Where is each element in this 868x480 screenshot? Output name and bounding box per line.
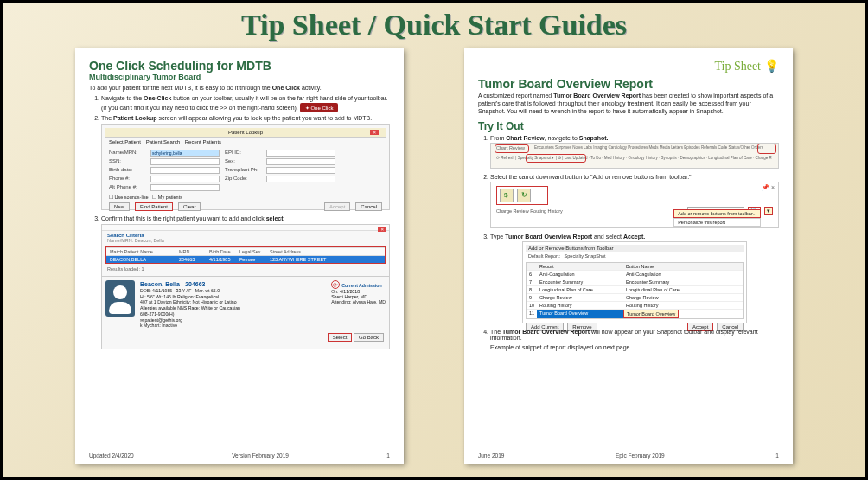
go-back-button: Go Back (354, 333, 384, 342)
tip-sheet-banner: Tip Sheet💡 (478, 59, 779, 74)
snapshot-highlight (526, 154, 586, 163)
charge-icon (500, 189, 514, 202)
wrench-dropdown-icon: ▾ (764, 207, 773, 215)
lookup-header: Patient Lookup × (105, 128, 386, 138)
chart-review-toolbar-screenshot: Chart Review Encounters Surprises Notes … (490, 143, 779, 169)
left-page: One Click Scheduling for MDTB Multidisci… (75, 48, 404, 464)
find-patient-button: Find Patient (135, 202, 173, 211)
one-click-button-img: ✦ One Click (300, 103, 339, 112)
close-icon: × (378, 227, 386, 232)
right-footer: June 2019 Epic February 2019 1 (478, 452, 779, 458)
add-remove-screenshot: Add or Remove Buttons from Toolbar Defau… (522, 241, 747, 323)
patient-lookup-screenshot: Patient Lookup × Select Patient Patient … (101, 124, 390, 210)
lightbulb-icon: 💡 (764, 59, 779, 74)
slide: Tip Sheet / Quick Start Guides One Click… (3, 3, 865, 477)
name-input: schylering,bella (150, 150, 220, 157)
clear-button: Clear (178, 202, 201, 211)
right-step1: From Chart Review, navigate to Snapshot.… (490, 135, 779, 169)
selected-patient-row: BEACON,BELLA 204663 4/11/1985 Female 123… (106, 255, 385, 263)
admission-icon: ⟳ (331, 280, 340, 289)
lookup-buttons: New Find Patient Clear Accept Cancel (105, 200, 386, 214)
select-button: Select (328, 333, 353, 342)
orders-highlight (757, 144, 776, 154)
right-title: Tumor Board Overview Report (478, 77, 779, 91)
new-button: New (109, 202, 130, 211)
lookup-fields: Name/MRN:schylering,bella EPI ID: SSN: S… (105, 146, 386, 195)
right-intro: A customized report named Tumor Board Ov… (478, 93, 779, 115)
left-step2: The Patient Lookup screen will appear al… (101, 115, 390, 210)
pushpin-icon: 📌 × (762, 184, 775, 191)
routing-icon (517, 189, 531, 202)
slide-title: Tip Sheet / Quick Start Guides (3, 9, 865, 42)
right-page: Tip Sheet💡 Tumor Board Overview Report A… (464, 48, 793, 464)
patient-card: Beacon, Bella - 204663 DOB: 4/11/1985 · … (102, 276, 389, 332)
lookup-tabs: Select Patient Patient Search Recent Pat… (105, 138, 386, 146)
cancel-button: Cancel (355, 202, 382, 211)
result-highlight: Match Patient Name MRN Birth Date Legal … (105, 246, 386, 264)
left-title: One Click Scheduling for MDTB (89, 59, 390, 73)
chart-review-highlight (495, 144, 529, 153)
left-subtitle: Multidisciplinary Tumor Board (89, 73, 390, 81)
close-icon: × (370, 130, 379, 135)
left-footer: Updated 2/4/2020 Version February 2019 1 (89, 452, 390, 458)
pages-row: One Click Scheduling for MDTB Multidisci… (3, 42, 865, 470)
icons-highlight (496, 186, 548, 205)
search-criteria: Search Criteria Name/MRN: Beacon, Bella (102, 231, 389, 245)
confirm-screenshot: × Search Criteria Name/MRN: Beacon, Bell… (101, 224, 390, 349)
right-step3: Type Tumor Board Overview Report and sel… (490, 234, 779, 323)
accept-button: Accept (324, 202, 350, 211)
dropdown-menu: Add or remove buttons from toolbar... Pe… (673, 209, 761, 227)
avatar-icon (105, 280, 135, 317)
carrot-screenshot: 📌 × Charge Review Routing History Specia… (490, 182, 779, 228)
right-step2: Select the carrot downward button to "Ad… (490, 174, 779, 228)
try-it-out-heading: Try It Out (478, 120, 779, 132)
right-step4: The Tumor Board Overview Report will now… (490, 329, 779, 352)
tumor-board-row: 11Tumor Board OverviewTumor Board Overvi… (527, 309, 743, 318)
left-step3: Confirm that this is the right patient y… (101, 215, 390, 349)
left-step1: Navigate to the One Click button on your… (101, 95, 390, 112)
left-intro: To add your patient for the next MDTB, i… (89, 85, 390, 93)
